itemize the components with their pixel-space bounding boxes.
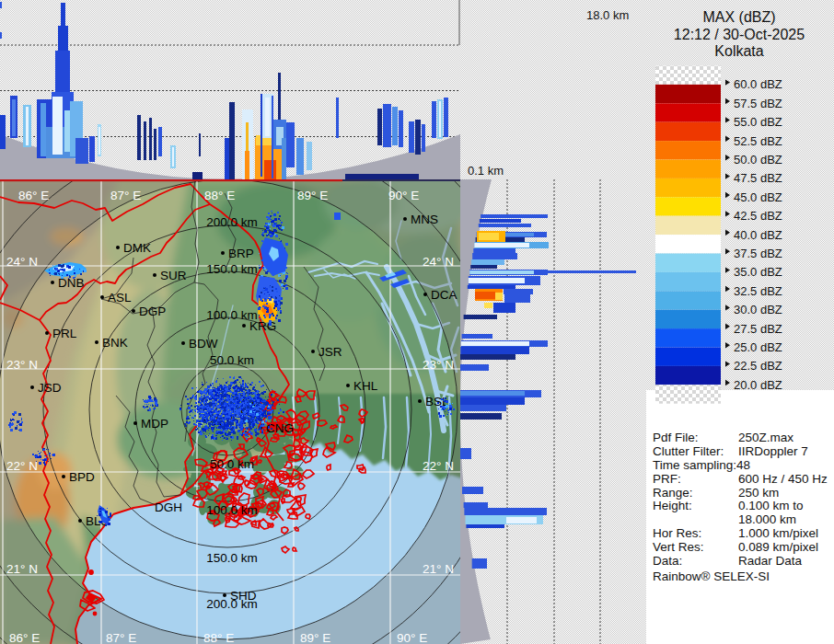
svg-text:25.0 dBZ: 25.0 dBZ [734, 340, 782, 354]
svg-text:57.5 dBZ: 57.5 dBZ [734, 97, 782, 110]
svg-text:Radar Data: Radar Data [738, 554, 803, 568]
svg-text:21° N: 21° N [423, 562, 454, 576]
svg-text:23° N: 23° N [423, 358, 454, 372]
svg-text:Time sampling:48: Time sampling:48 [653, 458, 750, 472]
svg-text:JSD: JSD [38, 381, 62, 395]
svg-text:20.0 dBZ: 20.0 dBZ [734, 378, 782, 392]
svg-text:40.0 dBZ: 40.0 dBZ [734, 228, 782, 242]
svg-text:JSR: JSR [319, 345, 342, 359]
svg-text:DGP: DGP [139, 305, 166, 318]
svg-text:24° N: 24° N [6, 255, 38, 269]
svg-text:Data:: Data: [653, 554, 682, 568]
svg-text:Pdf File:: Pdf File: [653, 431, 699, 444]
svg-text:87° E: 87° E [106, 631, 136, 644]
svg-text:600 Hz / 450 Hz: 600 Hz / 450 Hz [738, 472, 828, 486]
svg-text:50.0 km: 50.0 km [210, 353, 254, 367]
svg-text:35.0 dBZ: 35.0 dBZ [734, 265, 782, 279]
svg-text:CNG: CNG [266, 421, 294, 435]
svg-text:Vert Res:: Vert Res: [653, 540, 704, 554]
svg-text:50.0 dBZ: 50.0 dBZ [734, 153, 782, 167]
svg-text:DMK: DMK [123, 241, 151, 255]
svg-text:ASL: ASL [108, 291, 132, 305]
svg-text:90° E: 90° E [388, 189, 419, 202]
svg-text:47.5 dBZ: 47.5 dBZ [734, 171, 782, 185]
svg-text:Range:: Range: [653, 486, 693, 500]
svg-text:22.5 dBZ: 22.5 dBZ [734, 359, 782, 373]
svg-text:DCA: DCA [431, 288, 458, 302]
svg-text:DGH: DGH [155, 500, 182, 514]
svg-text:42.5 dBZ: 42.5 dBZ [734, 209, 782, 223]
svg-text:30.0 dBZ: 30.0 dBZ [734, 303, 782, 316]
svg-text:45.0 dBZ: 45.0 dBZ [734, 190, 782, 204]
svg-text:BRP: BRP [228, 247, 254, 260]
svg-text:Rainbow® SELEX-SI: Rainbow® SELEX-SI [653, 569, 770, 583]
svg-text:52.5 dBZ: 52.5 dBZ [734, 134, 782, 148]
svg-text:89° E: 89° E [300, 631, 330, 644]
svg-text:1.000 km/pixel: 1.000 km/pixel [738, 526, 818, 540]
svg-text:0.1 km: 0.1 km [468, 164, 504, 178]
svg-text:PRL: PRL [52, 327, 77, 340]
svg-text:18.000 km: 18.000 km [738, 512, 796, 526]
svg-text:55.0 dBZ: 55.0 dBZ [734, 115, 782, 129]
svg-text:21° N: 21° N [6, 562, 38, 576]
svg-text:BNK: BNK [102, 336, 128, 350]
svg-text:88° E: 88° E [204, 189, 235, 202]
svg-text:IIRDoppler 7: IIRDoppler 7 [738, 444, 808, 458]
svg-text:37.5 dBZ: 37.5 dBZ [734, 247, 782, 260]
svg-text:50.0 km: 50.0 km [210, 457, 254, 471]
svg-text:PRF:: PRF: [653, 472, 681, 486]
svg-text:100.0 km: 100.0 km [206, 503, 258, 517]
svg-text:18.0 km: 18.0 km [586, 8, 629, 22]
svg-text:MAX (dBZ): MAX (dBZ) [702, 9, 775, 25]
svg-text:KRG: KRG [249, 319, 276, 333]
svg-text:23° N: 23° N [6, 358, 38, 372]
svg-text:24° N: 24° N [423, 255, 454, 269]
svg-text:Clutter Filter:: Clutter Filter: [653, 444, 724, 458]
svg-text:27.5 dBZ: 27.5 dBZ [734, 322, 782, 336]
svg-text:BDW: BDW [189, 337, 218, 351]
svg-text:86° E: 86° E [9, 631, 40, 644]
svg-text:MDP: MDP [141, 417, 168, 431]
svg-text:MNS: MNS [411, 213, 438, 226]
svg-text:250 km: 250 km [738, 486, 779, 500]
svg-text:0.089 km/pixel: 0.089 km/pixel [738, 540, 818, 554]
svg-text:88° E: 88° E [203, 631, 234, 644]
svg-text:KHL: KHL [353, 379, 378, 393]
svg-text:12:12 / 30-Oct-2025: 12:12 / 30-Oct-2025 [674, 27, 805, 42]
svg-text:22° N: 22° N [6, 459, 38, 473]
svg-text:87° E: 87° E [110, 189, 141, 202]
svg-text:Kolkata: Kolkata [714, 43, 763, 59]
svg-text:SHD: SHD [230, 589, 257, 603]
svg-text:150.0 km: 150.0 km [206, 551, 258, 565]
svg-text:Hor Res:: Hor Res: [653, 526, 701, 540]
svg-text:60.0 dBZ: 60.0 dBZ [734, 77, 782, 91]
svg-text:89° E: 89° E [297, 189, 328, 202]
svg-text:Height:: Height: [653, 499, 692, 512]
svg-text:150.0 km: 150.0 km [206, 262, 258, 276]
svg-text:SUR: SUR [160, 269, 187, 282]
svg-text:250Z.max: 250Z.max [738, 431, 793, 444]
svg-text:32.5 dBZ: 32.5 dBZ [734, 284, 782, 298]
svg-text:BPD: BPD [69, 470, 95, 484]
svg-text:22° N: 22° N [423, 459, 454, 473]
svg-text:0.100 km to: 0.100 km to [738, 499, 804, 512]
svg-text:200.0 km: 200.0 km [206, 215, 258, 229]
svg-text:90° E: 90° E [397, 631, 427, 644]
svg-text:86° E: 86° E [18, 189, 49, 202]
